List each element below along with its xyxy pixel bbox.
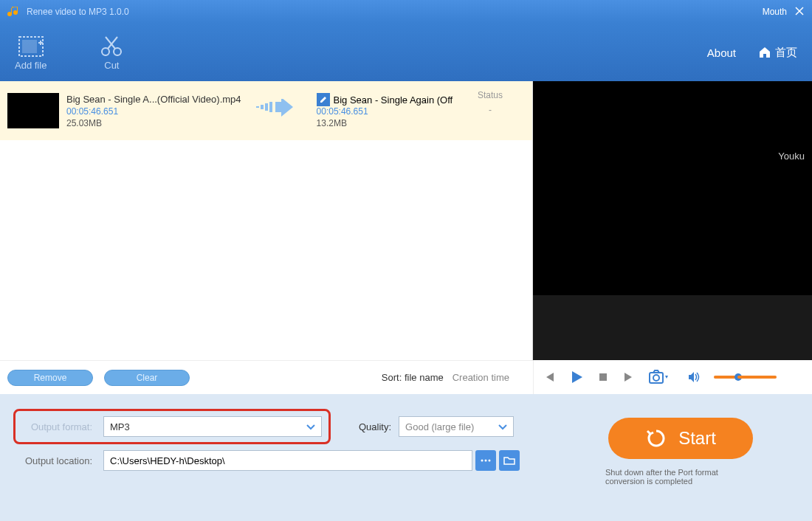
status-value: - xyxy=(478,105,503,115)
svg-point-3 xyxy=(114,48,121,55)
input-file-name: Big Sean - Single A...(Official Video).m… xyxy=(66,94,241,105)
app-title: Renee video to MP3 1.0.0 xyxy=(27,7,755,17)
input-size: 25.03MB xyxy=(66,118,241,128)
svg-rect-1 xyxy=(22,40,37,53)
format-dropdown[interactable]: MP3 xyxy=(103,416,322,437)
clear-button[interactable]: Clear xyxy=(104,370,190,386)
file-list: Big Sean - Single A...(Official Video).m… xyxy=(0,81,533,360)
svg-point-12 xyxy=(485,460,487,462)
youku-watermark: Youku xyxy=(778,151,805,162)
volume-icon[interactable] xyxy=(687,370,701,384)
output-file-name: Big Sean - Single Again (Off xyxy=(334,94,453,106)
format-label: Output format: xyxy=(15,421,103,432)
svg-point-2 xyxy=(102,48,109,55)
svg-rect-5 xyxy=(261,105,264,109)
svg-rect-8 xyxy=(599,373,607,381)
preview-panel: Youku xyxy=(533,81,812,360)
app-icon xyxy=(7,5,21,18)
refresh-icon xyxy=(645,427,667,449)
edit-icon[interactable] xyxy=(317,93,330,106)
sort-label: Sort: file name xyxy=(382,372,444,383)
start-button[interactable]: Start xyxy=(608,418,753,459)
shutdown-checkbox-label[interactable]: Shut down after the Port format conversi… xyxy=(605,468,753,486)
quality-dropdown[interactable]: Good (large file) xyxy=(399,416,514,437)
location-label: Output location: xyxy=(15,455,103,466)
svg-point-11 xyxy=(481,460,484,462)
conversion-arrow-icon xyxy=(256,99,295,123)
add-file-button[interactable]: Add file xyxy=(15,35,47,71)
remove-button[interactable]: Remove xyxy=(7,370,93,386)
player-controls xyxy=(533,360,812,394)
cut-label: Cut xyxy=(104,60,119,71)
add-file-label: Add file xyxy=(15,60,47,71)
prev-button[interactable] xyxy=(543,370,556,384)
status-header: Status xyxy=(478,90,503,100)
video-thumbnail xyxy=(7,93,59,128)
file-row[interactable]: Big Sean - Single A...(Official Video).m… xyxy=(0,81,532,140)
about-link[interactable]: About xyxy=(707,46,736,59)
snapshot-button[interactable] xyxy=(649,370,668,384)
sort-creation-time[interactable]: Creation time xyxy=(453,372,509,383)
input-duration: 00:05:46.651 xyxy=(66,106,241,117)
video-preview[interactable]: Youku xyxy=(533,142,812,295)
header-toolbar: Add file Cut About 首页 xyxy=(0,24,812,81)
svg-rect-4 xyxy=(256,106,259,108)
stop-button[interactable] xyxy=(597,371,609,383)
browse-folder-button[interactable] xyxy=(499,450,520,471)
play-button[interactable] xyxy=(569,370,584,384)
titlebar: Renee video to MP3 1.0.0 Mouth xyxy=(0,0,812,24)
cut-icon xyxy=(98,35,125,58)
add-file-icon xyxy=(18,35,44,58)
settings-panel: Output format: MP3 Quality: Good (large … xyxy=(0,394,812,521)
close-icon[interactable] xyxy=(794,6,805,18)
chevron-down-icon xyxy=(306,421,315,432)
home-label: 首页 xyxy=(775,46,797,60)
output-duration: 00:05:46.651 xyxy=(317,106,453,117)
home-link[interactable]: 首页 xyxy=(758,46,797,60)
cut-button[interactable]: Cut xyxy=(98,35,125,71)
svg-point-10 xyxy=(653,375,659,381)
svg-rect-6 xyxy=(265,103,268,111)
mouth-label: Mouth xyxy=(763,7,787,17)
home-icon xyxy=(758,46,771,59)
output-path-input[interactable]: C:\Users\HEDY-h\Desktop\ xyxy=(103,450,472,471)
path-more-button[interactable] xyxy=(475,450,496,471)
next-button[interactable] xyxy=(622,370,636,384)
chevron-down-icon xyxy=(498,421,507,432)
volume-slider[interactable] xyxy=(714,376,777,379)
list-controls: Remove Clear Sort: file name Creation ti… xyxy=(0,360,533,394)
quality-label: Quality: xyxy=(359,421,391,432)
output-size: 13.2MB xyxy=(317,118,453,128)
svg-point-13 xyxy=(489,460,491,462)
svg-rect-7 xyxy=(269,102,272,112)
